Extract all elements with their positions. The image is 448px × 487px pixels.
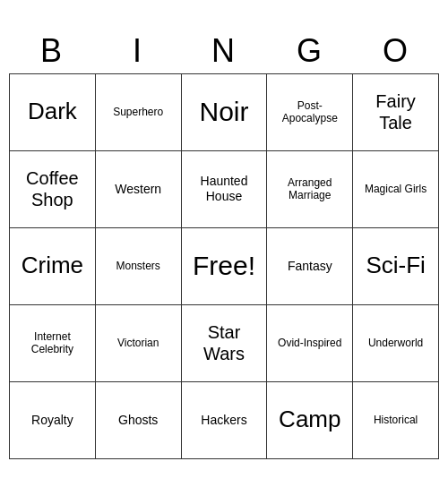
bingo-cell: Victorian	[96, 305, 182, 382]
cell-label: Magical Girls	[365, 183, 426, 195]
bingo-cell: Ovid-Inspired	[267, 305, 353, 382]
bingo-grid: DarkSuperheroNoirPost-ApocalypseFairy Ta…	[9, 73, 439, 459]
cell-label: Crime	[22, 252, 83, 279]
cell-label: Underworld	[368, 337, 423, 349]
cell-label: Western	[115, 182, 161, 197]
bingo-header-letter: I	[95, 29, 181, 73]
bingo-cell: Camp	[267, 382, 353, 459]
bingo-cell: Noir	[182, 74, 268, 151]
bingo-cell: Free!	[182, 228, 268, 305]
bingo-cell: Arranged Marriage	[267, 151, 353, 228]
bingo-cell: Sci-Fi	[353, 228, 439, 305]
bingo-cell: Coffee Shop	[10, 151, 96, 228]
bingo-cell: Superhero	[96, 74, 182, 151]
cell-label: Hackers	[201, 413, 246, 428]
cell-label: Ghosts	[118, 413, 158, 428]
cell-label: Coffee Shop	[14, 167, 90, 210]
cell-label: Internet Celebrity	[14, 330, 90, 356]
cell-label: Free!	[193, 250, 255, 282]
cell-label: Post-Apocalypse	[271, 99, 348, 125]
bingo-cell: Crime	[10, 228, 96, 305]
cell-label: Superhero	[113, 106, 163, 118]
bingo-cell: Historical	[353, 382, 439, 459]
cell-label: Royalty	[31, 413, 73, 428]
cell-label: Victorian	[117, 337, 159, 349]
bingo-cell: Magical Girls	[353, 151, 439, 228]
cell-label: Historical	[374, 414, 418, 426]
bingo-header: BINGO	[9, 29, 439, 73]
cell-label: Ovid-Inspired	[278, 337, 341, 349]
bingo-cell: Ghosts	[96, 382, 182, 459]
bingo-cell: Haunted House	[182, 151, 268, 228]
cell-label: Monsters	[116, 260, 160, 272]
bingo-cell: Fantasy	[267, 228, 353, 305]
bingo-header-letter: G	[267, 29, 353, 73]
bingo-cell: Monsters	[96, 228, 182, 305]
cell-label: Star Wars	[186, 321, 263, 364]
bingo-cell: Hackers	[182, 382, 268, 459]
bingo-cell: Post-Apocalypse	[267, 74, 353, 151]
bingo-header-letter: B	[9, 29, 95, 73]
bingo-cell: Royalty	[10, 382, 96, 459]
bingo-cell: Fairy Tale	[353, 74, 439, 151]
bingo-cell: Underworld	[353, 305, 439, 382]
cell-label: Fantasy	[288, 259, 332, 274]
bingo-header-letter: O	[353, 29, 439, 73]
cell-label: Haunted House	[186, 174, 263, 204]
bingo-cell: Star Wars	[182, 305, 268, 382]
bingo-cell: Dark	[10, 74, 96, 151]
cell-label: Sci-Fi	[366, 252, 425, 279]
cell-label: Noir	[199, 96, 248, 128]
cell-label: Dark	[28, 98, 77, 125]
bingo-card: BINGO DarkSuperheroNoirPost-ApocalypseFa…	[9, 29, 439, 459]
cell-label: Fairy Tale	[358, 90, 434, 133]
bingo-cell: Internet Celebrity	[10, 305, 96, 382]
cell-label: Arranged Marriage	[271, 176, 348, 202]
bingo-header-letter: N	[181, 29, 267, 73]
cell-label: Camp	[279, 406, 340, 433]
bingo-cell: Western	[96, 151, 182, 228]
